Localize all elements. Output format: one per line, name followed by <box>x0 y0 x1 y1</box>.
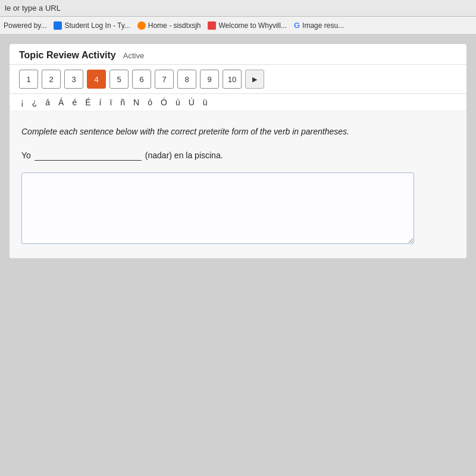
question-instruction: Complete each sentence below with the co… <box>21 126 455 138</box>
special-char-inverted-question[interactable]: ¿ <box>30 97 39 108</box>
special-char-N-capital[interactable]: N <box>131 97 141 108</box>
activity-panel: Topic Review Activity Active 1 2 3 4 5 6… <box>10 44 466 258</box>
special-chars-bar: ¡ ¿ á Á é É í ï ñ N ó Ó ú Ú ü <box>10 94 466 111</box>
question-body: Complete each sentence below with the co… <box>10 111 466 258</box>
special-char-u-acute[interactable]: ú <box>174 97 182 108</box>
special-char-o-acute[interactable]: ó <box>146 97 154 108</box>
sentence-suffix: (nadar) en la piscina. <box>145 151 223 160</box>
question-btn-2[interactable]: 2 <box>42 70 61 89</box>
bookmarks-bar: Powered by... Student Log In - Ty... Hom… <box>0 17 476 35</box>
question-btn-5[interactable]: 5 <box>109 70 129 89</box>
question-btn-9[interactable]: 9 <box>200 70 219 89</box>
question-btn-10[interactable]: 10 <box>223 70 242 89</box>
bookmark-label: Student Log In - Ty... <box>64 21 130 30</box>
bookmark-powered-by[interactable]: Powered by... <box>4 21 46 30</box>
question-btn-8[interactable]: 8 <box>177 70 196 89</box>
special-char-E-acute[interactable]: É <box>83 97 92 108</box>
main-content: Topic Review Activity Active 1 2 3 4 5 6… <box>0 35 476 476</box>
bookmark-welcome[interactable]: Welcome to Whyvill... <box>208 21 286 30</box>
activity-header: Topic Review Activity Active <box>10 44 466 65</box>
special-char-U-acute[interactable]: Ú <box>187 97 196 108</box>
next-question-button[interactable]: ▶ <box>245 70 264 89</box>
special-char-i-acute[interactable]: í <box>98 97 104 108</box>
student-login-icon <box>54 21 62 30</box>
bookmark-home[interactable]: Home - sisdtxsjh <box>137 21 201 30</box>
question-nav: 1 2 3 4 5 6 7 8 9 10 ▶ <box>10 65 466 94</box>
special-char-O-acute[interactable]: Ó <box>159 97 169 108</box>
bookmark-google[interactable]: G Image resu... <box>294 21 344 30</box>
special-char-i-umlaut[interactable]: ï <box>108 97 114 108</box>
bookmark-student-login[interactable]: Student Log In - Ty... <box>54 21 130 30</box>
sentence-row: Yo (nadar) en la piscina. <box>21 150 455 161</box>
welcome-icon <box>208 21 216 30</box>
question-btn-7[interactable]: 7 <box>155 70 174 89</box>
question-btn-4[interactable]: 4 <box>87 70 106 89</box>
bookmark-label: Welcome to Whyvill... <box>218 21 286 30</box>
special-char-e-acute[interactable]: é <box>70 97 79 108</box>
browser-address-bar: le or type a URL <box>0 0 476 17</box>
bookmark-label: Home - sisdtxsjh <box>148 21 201 30</box>
answer-textarea[interactable] <box>21 173 414 244</box>
special-char-inverted-exclamation[interactable]: ¡ <box>19 97 26 108</box>
question-btn-3[interactable]: 3 <box>64 70 83 89</box>
url-text: le or type a URL <box>5 4 61 12</box>
special-char-A-acute[interactable]: Á <box>57 97 65 108</box>
bookmark-label: Powered by... <box>4 21 46 30</box>
special-char-u-umlaut[interactable]: ü <box>201 97 209 108</box>
question-btn-6[interactable]: 6 <box>132 70 151 89</box>
blank-line <box>35 150 142 161</box>
special-char-a-acute[interactable]: á <box>43 97 52 108</box>
google-icon: G <box>294 21 300 30</box>
home-icon <box>137 21 146 30</box>
special-char-n-tilde[interactable]: ñ <box>118 97 127 108</box>
activity-status: Active <box>123 51 144 60</box>
sentence-prefix: Yo <box>21 151 31 160</box>
activity-title: Topic Review Activity <box>19 50 116 61</box>
question-btn-1[interactable]: 1 <box>19 70 38 89</box>
bookmark-label: Image resu... <box>302 21 344 30</box>
